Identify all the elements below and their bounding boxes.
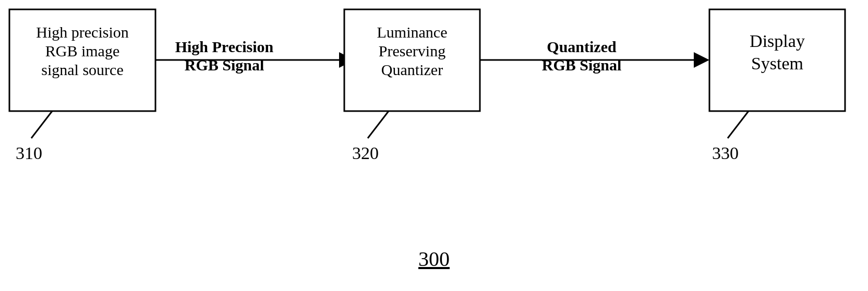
arrow2-label2: RGB Signal (542, 56, 622, 74)
arrow1-label2: RGB Signal (185, 56, 264, 74)
arrow1-label1: High Precision (175, 38, 274, 55)
box-330-label1: Display (750, 31, 805, 51)
figure-number: 300 (418, 247, 450, 271)
diagram-svg: High precision RGB image signal source 3… (0, 0, 868, 291)
box-310-diagonal (31, 111, 52, 138)
diagram-container: High precision RGB image signal source 3… (0, 0, 868, 291)
arrow2-label1: Quantized (547, 38, 617, 55)
box-330-number: 330 (712, 143, 739, 163)
box-330-diagonal (728, 111, 749, 138)
box-310-label3: signal source (41, 61, 123, 78)
box-310-number: 310 (16, 143, 42, 163)
box-320-number: 320 (352, 143, 379, 163)
box-320-diagonal (368, 111, 389, 138)
box-320-label3: Quantizer (381, 61, 443, 78)
box-320-label1: Luminance (377, 23, 448, 41)
box-330-label2: System (751, 54, 803, 73)
arrow2-head (694, 52, 709, 68)
box-320-label2: Preserving (379, 42, 445, 59)
box-310-label: High precision (36, 23, 128, 41)
box-310-label2: RGB image (45, 42, 120, 59)
